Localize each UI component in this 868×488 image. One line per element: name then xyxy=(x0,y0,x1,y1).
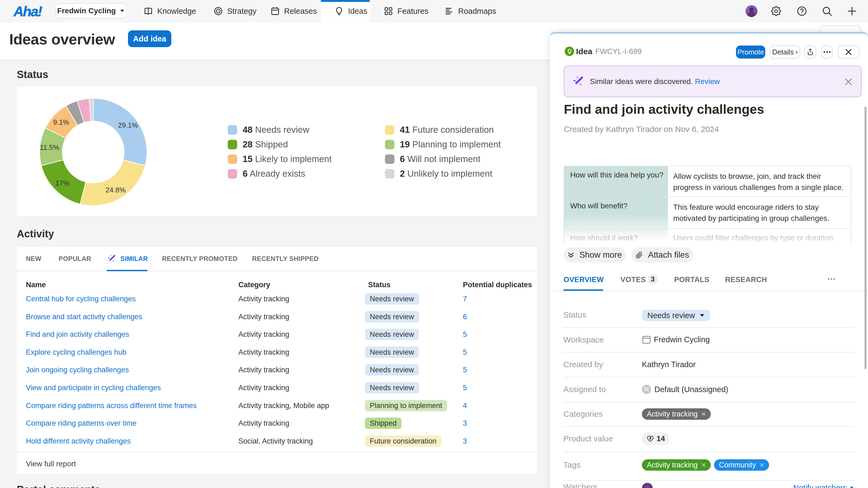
svg-text:17%: 17% xyxy=(55,179,69,187)
svg-text:24.8%: 24.8% xyxy=(106,186,126,194)
svg-text:11.5%: 11.5% xyxy=(40,143,59,152)
svg-text:29.1%: 29.1% xyxy=(118,121,138,129)
svg-text:9.1%: 9.1% xyxy=(53,118,69,126)
